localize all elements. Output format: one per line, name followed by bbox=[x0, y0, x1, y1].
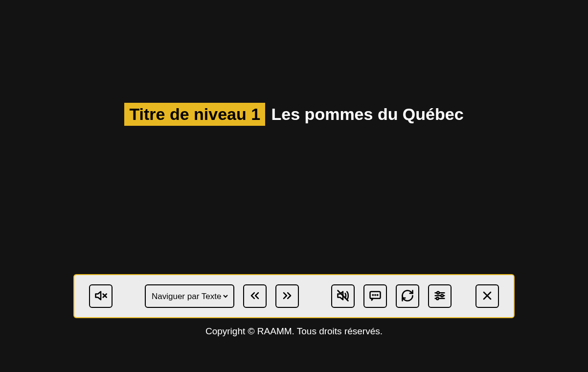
svg-point-12 bbox=[436, 297, 439, 300]
voice-off-icon bbox=[336, 289, 350, 304]
page-heading: Titre de niveau 1 Les pommes du Québec bbox=[0, 103, 588, 126]
prev-button[interactable] bbox=[243, 284, 267, 308]
voice-off-button[interactable] bbox=[331, 284, 355, 308]
message-square-icon bbox=[368, 289, 382, 304]
navigation-mode-select-wrap[interactable]: Naviguer par Texte bbox=[145, 284, 234, 308]
svg-point-11 bbox=[441, 294, 443, 297]
svg-point-5 bbox=[375, 295, 375, 295]
chevrons-left-icon bbox=[248, 289, 262, 304]
footer-copyright: Copyright © RAAMM. Tous droits réservés. bbox=[0, 326, 588, 337]
navigation-mode-select[interactable]: Naviguer par Texte bbox=[150, 291, 229, 302]
volume-mute-icon bbox=[94, 289, 108, 304]
svg-point-10 bbox=[437, 291, 439, 294]
heading-title: Les pommes du Québec bbox=[271, 105, 464, 124]
app-stage: Titre de niveau 1 Les pommes du Québec N… bbox=[0, 0, 588, 372]
settings-button[interactable] bbox=[428, 284, 452, 308]
refresh-icon bbox=[401, 289, 414, 304]
captions-button[interactable] bbox=[363, 284, 387, 308]
svg-point-6 bbox=[377, 295, 378, 295]
heading-level-badge: Titre de niveau 1 bbox=[124, 103, 265, 126]
next-button[interactable] bbox=[275, 284, 299, 308]
svg-point-4 bbox=[373, 295, 373, 295]
reader-toolbar: Naviguer par Texte bbox=[73, 274, 515, 318]
mute-button[interactable] bbox=[89, 284, 113, 308]
chevrons-right-icon bbox=[280, 289, 294, 304]
close-icon bbox=[480, 289, 494, 304]
close-button[interactable] bbox=[475, 284, 499, 308]
sliders-icon bbox=[433, 289, 447, 304]
reload-button[interactable] bbox=[396, 284, 419, 308]
